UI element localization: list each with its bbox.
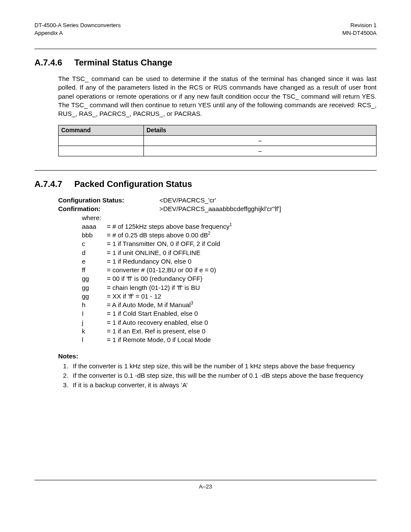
divider (34, 480, 377, 480)
parameter-row: h= A if Auto Mode, M if Manual3 (58, 301, 377, 309)
parameter-value: = converter # (01-12,BU or 00 if e = 0) (107, 266, 216, 274)
parameter-row: gg= 00 if 'ff' is 00 (redundancy OFF) (58, 274, 377, 283)
table-header-details: Details (144, 125, 377, 136)
config-status-value: <DEV/PACRCS_'cr' (159, 196, 377, 205)
config-status-block: Configuration Status: <DEV/PACRCS_'cr' C… (58, 196, 377, 222)
parameter-row: bbb= # of 0.25 dB steps above 0.00 dB2 (58, 231, 377, 240)
parameter-value: = chain length (01-12) if 'ff' is BU (107, 283, 200, 292)
parameter-row: j= 1 if Auto recovery enabled, else 0 (58, 318, 377, 327)
parameter-key: h (58, 301, 107, 309)
note-item: If the converter is 1 kHz step size, thi… (70, 362, 377, 370)
section-title-text: Terminal Status Change (74, 58, 172, 67)
table-cell (59, 146, 144, 156)
parameter-row: l= 1 if Remote Mode, 0 if Local Mode (58, 336, 377, 344)
parameter-value: = 00 if 'ff' is 00 (redundancy OFF) (107, 274, 202, 283)
parameter-row: ff= converter # (01-12,BU or 00 if e = 0… (58, 266, 377, 274)
parameter-key: ff (58, 266, 107, 274)
parameter-key: k (58, 327, 107, 336)
parameter-value: = 1 if unit ONLINE, 0 if OFFLINE (107, 249, 200, 257)
parameter-list: aaaa= # of 125kHz steps above base frequ… (58, 222, 377, 345)
command-table: Command Details – – (58, 125, 377, 156)
table-row: – (59, 136, 377, 146)
header-right-2: MN-DT4500A (342, 29, 377, 37)
parameter-key: d (58, 249, 107, 257)
parameter-row: d= 1 if unit ONLINE, 0 if OFFLINE (58, 249, 377, 257)
parameter-value: = # of 0.25 dB steps above 0.00 dB2 (107, 231, 210, 240)
table-row: – (59, 146, 377, 156)
table-cell: – (144, 146, 377, 156)
parameter-value: = 1 if Redundancy ON, else 0 (107, 257, 191, 266)
where-label: where: (82, 214, 377, 222)
parameter-value: = 1 if Transmitter ON, 0 if OFF, 2 if Co… (107, 240, 220, 248)
note-item: If it is a backup converter, it is alway… (70, 381, 377, 389)
parameter-key: j (58, 318, 107, 327)
section-title-text: Packed Configuration Status (74, 179, 192, 189)
page-number: A–23 (34, 483, 377, 491)
parameter-value: = 1 if Cold Start Enabled, else 0 (107, 309, 198, 318)
parameter-key: e (58, 257, 107, 266)
parameter-row: I= 1 if Cold Start Enabled, else 0 (58, 309, 377, 318)
parameter-row: e= 1 if Redundancy ON, else 0 (58, 257, 377, 266)
header-left-2: Appendix A (34, 29, 63, 37)
header-left-1: DT-4500-A Series Downconverters (34, 22, 121, 29)
header-right-1: Revision 1 (350, 22, 377, 29)
section-number: A.7.4.7 (34, 178, 62, 190)
confirmation-value: >DEV/PACRCS_aaaabbbcdeffgghijkl'cr''lf'] (159, 205, 377, 213)
parameter-key: gg (58, 274, 107, 283)
page-header: DT-4500-A Series Downconverters Revision… (34, 22, 377, 37)
parameter-key: bbb (58, 231, 107, 240)
parameter-row: c= 1 if Transmitter ON, 0 if OFF, 2 if C… (58, 240, 377, 248)
parameter-value: = 1 if Remote Mode, 0 if Local Mode (107, 336, 211, 344)
parameter-row: gg= chain length (01-12) if 'ff' is BU (58, 283, 377, 292)
notes-list: If the converter is 1 kHz step size, thi… (70, 362, 377, 390)
divider (34, 49, 377, 49)
section-number: A.7.4.6 (34, 57, 62, 68)
config-status-label: Configuration Status: (58, 196, 159, 205)
parameter-value: = XX if 'ff' = 01 - 12 (107, 292, 161, 301)
parameter-row: k= 1 if an Ext. Ref is present, else 0 (58, 327, 377, 336)
table-cell (59, 136, 144, 146)
parameter-key: I (58, 309, 107, 318)
parameter-value: = # of 125kHz steps above base frequency… (107, 222, 232, 231)
parameter-value: = 1 if an Ext. Ref is present, else 0 (107, 327, 206, 336)
parameter-key: gg (58, 292, 107, 301)
section-heading: A.7.4.6Terminal Status Change (34, 57, 377, 68)
parameter-value: = A if Auto Mode, M if Manual3 (107, 301, 193, 309)
confirmation-label: Confirmation: (58, 205, 159, 213)
footnote-ref: 2 (208, 231, 211, 236)
note-item: If the converter is 0.1 -dB step size, t… (70, 371, 377, 380)
section-heading: A.7.4.7Packed Configuration Status (34, 178, 377, 190)
parameter-key: gg (58, 283, 107, 292)
divider (34, 170, 377, 171)
footnote-ref: 1 (230, 222, 232, 227)
notes-block: Notes: If the converter is 1 kHz step si… (58, 352, 377, 389)
table-header-row: Command Details (59, 125, 377, 136)
parameter-value: = 1 if Auto recovery enabled, else 0 (107, 318, 208, 327)
parameter-row: aaaa= # of 125kHz steps above base frequ… (58, 222, 377, 231)
parameter-key: l (58, 336, 107, 344)
parameter-row: gg= XX if 'ff' = 01 - 12 (58, 292, 377, 301)
parameter-key: c (58, 240, 107, 248)
notes-title: Notes: (58, 352, 377, 361)
footnote-ref: 3 (191, 301, 193, 305)
table-header-command: Command (59, 125, 144, 136)
parameter-key: aaaa (58, 222, 107, 231)
table-cell: – (144, 136, 377, 146)
section-paragraph: The TSC_ command can be used to determin… (58, 75, 377, 118)
